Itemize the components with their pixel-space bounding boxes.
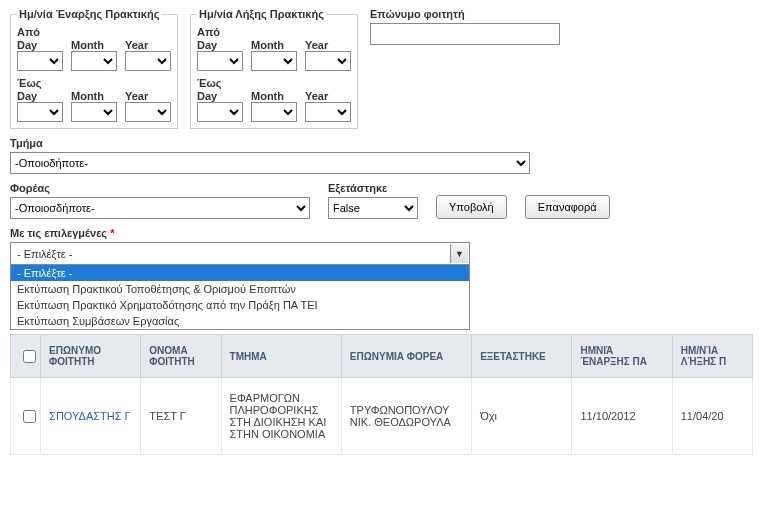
body-select[interactable]: -Οποιοσδήποτε-	[10, 197, 310, 219]
required-star: *	[110, 227, 114, 239]
col-start[interactable]: ΗΜΝΙΆ ΈΝΑΡΞΗΣ ΠΑ	[572, 335, 672, 378]
end-date-fieldset: Ημ/νία Λήξης Πρακτικής Από Day Month Yea…	[190, 8, 358, 129]
cell-dept: ΕΦΑΡΜΟΓΩΝ ΠΛΗΡΟΦΟΡΙΚΗΣ ΣΤΗ ΔΙΟΙΚΗΣΗ ΚΑΙ …	[221, 378, 341, 455]
cell-surname[interactable]: ΣΠΟΥΔΑΣΤΗΣ Γ	[41, 378, 141, 455]
col-body[interactable]: ΕΠΩΝΥΜΙΑ ΦΟΡΕΑ	[341, 335, 471, 378]
bulk-select[interactable]: - Επιλέξτε - ▼	[11, 243, 469, 265]
end-from-year-select[interactable]	[305, 51, 351, 71]
month-label: Month	[71, 39, 117, 51]
cell-end: 11/04/20	[672, 378, 752, 455]
surname-input[interactable]	[370, 23, 560, 45]
start-date-legend: Ημ/νία Έναρξης Πρακτικής	[17, 8, 161, 20]
body-label: Φορέας	[10, 182, 310, 194]
results-table: ΕΠΩΝΥΜΟ ΦΟΙΤΗΤΗ ΟΝΟΜΑ ΦΟΙΤΗΤΗ ΤΜΗΜΑ ΕΠΩΝ…	[10, 334, 753, 455]
row-checkbox[interactable]	[23, 410, 36, 423]
reset-button[interactable]: Επαναφορά	[525, 195, 610, 219]
cell-examined: Όχι	[472, 378, 572, 455]
start-to-year-select[interactable]	[125, 102, 171, 122]
bulk-option[interactable]: Εκτύπωση Πρακτικό Χρηματοδότησης από την…	[11, 297, 469, 313]
cell-start: 11/10/2012	[572, 378, 672, 455]
examined-select[interactable]: False	[328, 197, 418, 219]
bulk-option[interactable]: Εκτύπωση Συμβάσεων Εργασίας	[11, 313, 469, 329]
submit-button[interactable]: Υποβολή	[436, 195, 507, 219]
start-from-month-select[interactable]	[71, 51, 117, 71]
cell-name: ΤΕΣΤ Γ	[141, 378, 221, 455]
dept-select[interactable]: -Οποιοδήποτε-	[10, 152, 530, 174]
start-to-month-select[interactable]	[71, 102, 117, 122]
col-examined[interactable]: ΕΞΕΤΑΣΤΗΚΕ	[472, 335, 572, 378]
bulk-label: Με τις επιλεγμένες	[10, 227, 107, 239]
col-name[interactable]: ΟΝΟΜΑ ΦΟΙΤΗΤΗ	[141, 335, 221, 378]
end-from-month-select[interactable]	[251, 51, 297, 71]
col-end[interactable]: ΗΜ/ΝΊΑ ΛΉΞΗΣ Π	[672, 335, 752, 378]
select-all-checkbox[interactable]	[23, 350, 36, 363]
col-surname[interactable]: ΕΠΩΝΥΜΟ ΦΟΙΤΗΤΗ	[41, 335, 141, 378]
to-label: Έως	[17, 77, 171, 89]
bulk-options-list: - Επιλέξτε - Εκτύπωση Πρακτικού Τοποθέτη…	[11, 265, 469, 329]
bulk-option[interactable]: Εκτύπωση Πρακτικού Τοποθέτησης & Ορισμού…	[11, 281, 469, 297]
end-from-day-select[interactable]	[197, 51, 243, 71]
end-to-month-select[interactable]	[251, 102, 297, 122]
start-from-day-select[interactable]	[17, 51, 63, 71]
cell-body: ΤΡΥΦΩΝΟΠΟΥΛΟΥ ΝΙΚ. ΘΕΟΔΩΡΟΥΛΑ	[341, 378, 471, 455]
examined-label: Εξετάστηκε	[328, 182, 418, 194]
dept-row: Τμήμα -Οποιοδήποτε-	[10, 137, 753, 174]
table-row: ΣΠΟΥΔΑΣΤΗΣ Γ ΤΕΣΤ Γ ΕΦΑΡΜΟΓΩΝ ΠΛΗΡΟΦΟΡΙΚ…	[11, 378, 753, 455]
year-label: Year	[125, 39, 171, 51]
surname-label: Επώνυμο φοιτητή	[370, 8, 560, 20]
start-to-day-select[interactable]	[17, 102, 63, 122]
start-date-fieldset: Ημ/νία Έναρξης Πρακτικής Από Day Month Y…	[10, 8, 178, 129]
end-to-day-select[interactable]	[197, 102, 243, 122]
bulk-option[interactable]: - Επιλέξτε -	[11, 265, 469, 281]
from-label: Από	[17, 26, 171, 38]
end-to-year-select[interactable]	[305, 102, 351, 122]
surname-field: Επώνυμο φοιτητή	[370, 8, 560, 129]
end-date-legend: Ημ/νία Λήξης Πρακτικής	[197, 8, 326, 20]
start-from-year-select[interactable]	[125, 51, 171, 71]
day-label: Day	[17, 39, 63, 51]
dept-label: Τμήμα	[10, 137, 753, 149]
chevron-down-icon: ▼	[450, 244, 468, 263]
col-dept[interactable]: ΤΜΗΜΑ	[221, 335, 341, 378]
bulk-action-field: Με τις επιλεγμένες * - Επιλέξτε - ▼ - Επ…	[10, 227, 470, 330]
